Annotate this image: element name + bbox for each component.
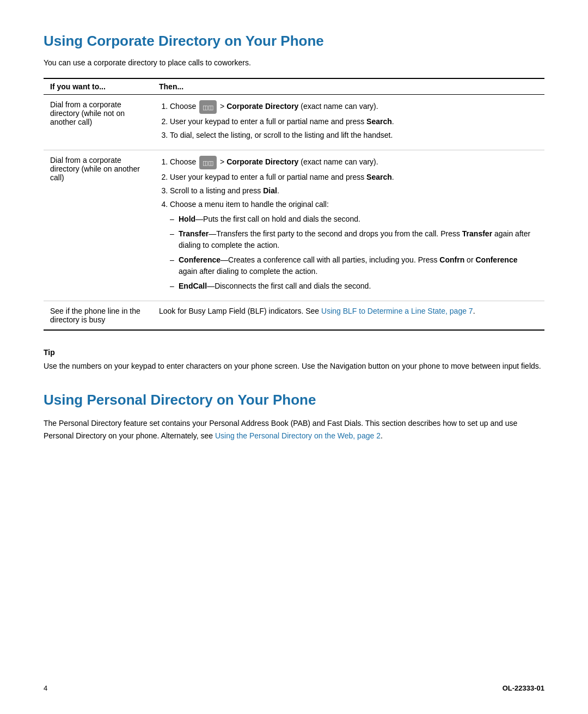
row2-step4: Choose a menu item to handle the origina… [170,199,538,210]
section1-intro: You can use a corporate directory to pla… [44,58,544,67]
page-footer: 4 OL-22333-01 [44,684,544,692]
row3-then: Look for Busy Lamp Field (BLF) indicator… [152,301,544,331]
doc-number: OL-22333-01 [503,684,544,692]
section2-intro: The Personal Directory feature set conta… [44,417,544,442]
row1-step2: User your keypad to enter a full or part… [170,116,538,127]
row2-bullet4: EndCall—Disconnects the first call and d… [170,280,538,292]
tip-section: Tip Use the numbers on your keypad to en… [44,348,544,372]
phone-icon: ◫◫ [199,100,217,114]
corporate-directory-table: If you want to... Then... Dial from a co… [44,78,544,331]
row2-step2: User your keypad to enter a full or part… [170,172,538,183]
row2-step1: Choose ◫◫ > Corporate Directory (exact n… [170,156,538,169]
table-header-col1: If you want to... [44,78,152,95]
page-number: 4 [44,684,47,692]
section1-title: Using Corporate Directory on Your Phone [44,33,544,50]
phone-icon: ◫◫ [199,156,217,169]
row1-step3: To dial, select the listing, or scroll t… [170,130,538,141]
table-header-col2: Then... [152,78,544,95]
personal-dir-link[interactable]: Using the Personal Directory on the Web,… [215,431,381,440]
row1-condition: Dial from a corporate directory (while n… [44,95,152,150]
row3-condition: See if the phone line in the directory i… [44,301,152,331]
tip-title: Tip [44,348,544,357]
row2-bullet3: Conference—Creates a conference call wit… [170,254,538,277]
row2-step3: Scroll to a listing and press Dial. [170,185,538,197]
section2-title: Using Personal Directory on Your Phone [44,392,544,408]
row2-bullet1: Hold—Puts the first call on hold and dia… [170,213,538,225]
table-row: Dial from a corporate directory (while n… [44,95,544,150]
blf-link[interactable]: Using BLF to Determine a Line State, pag… [321,307,473,315]
row1-step1: Choose ◫◫ > Corporate Directory (exact n… [170,100,538,114]
row1-then: Choose ◫◫ > Corporate Directory (exact n… [152,95,544,150]
row2-bullet2: Transfer—Transfers the first party to th… [170,228,538,251]
section-corporate-directory: Using Corporate Directory on Your Phone … [44,33,544,331]
section-personal-directory: Using Personal Directory on Your Phone T… [44,392,544,442]
row2-condition: Dial from a corporate directory (while o… [44,150,152,301]
table-row: Dial from a corporate directory (while o… [44,150,544,301]
row2-then: Choose ◫◫ > Corporate Directory (exact n… [152,150,544,301]
table-row: See if the phone line in the directory i… [44,301,544,331]
tip-text: Use the numbers on your keypad to enter … [44,360,544,372]
